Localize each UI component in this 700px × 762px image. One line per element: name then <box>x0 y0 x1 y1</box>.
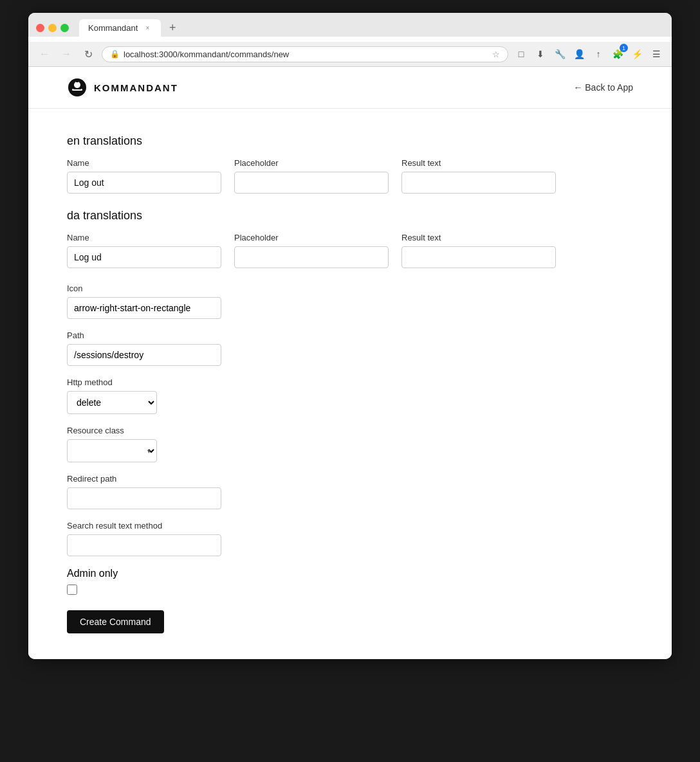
pocket-icon[interactable]: □ <box>513 46 529 62</box>
http-method-select[interactable]: delete get post patch put <box>67 391 157 414</box>
en-translations-section: en translations Name Placeholder Result … <box>67 134 569 194</box>
en-placeholder-input[interactable] <box>234 172 389 194</box>
forward-nav-button[interactable]: → <box>58 46 75 62</box>
lightning-icon[interactable]: ⚡ <box>629 46 645 62</box>
logo-text: KOMMANDANT <box>94 82 178 93</box>
url-text: localhost:3000/kommandant/commands/new <box>124 50 488 59</box>
da-result-text-label: Result text <box>401 233 556 242</box>
app-logo: KOMMANDANT <box>67 77 178 98</box>
redirect-path-input[interactable] <box>67 487 221 509</box>
icon-label: Icon <box>67 284 569 293</box>
da-name-label: Name <box>67 233 221 242</box>
download-icon[interactable]: ⬇ <box>533 46 548 62</box>
en-name-label: Name <box>67 158 221 168</box>
svg-rect-6 <box>77 80 78 82</box>
browser-titlebar: Kommandant × + <box>36 19 664 37</box>
en-translation-row: Name Placeholder Result text <box>67 158 569 194</box>
en-result-text-input[interactable] <box>401 172 556 194</box>
resource-class-label: Resource class <box>67 426 569 435</box>
active-tab[interactable]: Kommandant × <box>79 19 161 37</box>
da-result-text-input[interactable] <box>401 246 556 268</box>
refresh-nav-button[interactable]: ↻ <box>80 46 97 62</box>
da-placeholder-label: Placeholder <box>234 233 389 242</box>
new-tab-button[interactable]: + <box>165 21 180 36</box>
redirect-path-field-block: Redirect path <box>67 474 569 509</box>
tools-icon[interactable]: 🔧 <box>552 46 567 62</box>
tab-bar: Kommandant × + <box>79 19 664 37</box>
svg-rect-3 <box>73 88 81 89</box>
resource-class-field-block: Resource class User Post Session ▾ <box>67 426 569 462</box>
http-method-label: Http method <box>67 377 569 387</box>
resource-class-select[interactable]: User Post Session <box>67 439 157 462</box>
minimize-window-button[interactable] <box>48 24 57 32</box>
security-icon: 🔒 <box>110 50 120 59</box>
http-method-wrapper: delete get post patch put <box>67 391 157 414</box>
en-name-input[interactable] <box>67 172 221 194</box>
en-placeholder-label: Placeholder <box>234 158 389 168</box>
extensions-icon[interactable]: 🧩 1 <box>610 46 625 62</box>
en-placeholder-group: Placeholder <box>234 158 389 194</box>
admin-only-label: Admin only <box>67 568 569 579</box>
maximize-window-button[interactable] <box>60 24 69 32</box>
da-placeholder-input[interactable] <box>234 246 389 268</box>
search-result-text-field-block: Search result text method <box>67 521 569 556</box>
search-result-text-label: Search result text method <box>67 521 569 531</box>
app-header: KOMMANDANT ← Back to App <box>28 67 672 109</box>
profile-icon[interactable]: 👤 <box>571 46 587 62</box>
star-icon[interactable]: ☆ <box>492 50 500 59</box>
en-result-text-label: Result text <box>401 158 556 168</box>
da-placeholder-group: Placeholder <box>234 233 389 268</box>
share-icon[interactable]: ↑ <box>591 46 606 62</box>
da-section-title: da translations <box>67 209 569 222</box>
page-content: KOMMANDANT ← Back to App en translations… <box>28 67 672 659</box>
path-label: Path <box>67 331 569 340</box>
admin-only-checkbox[interactable] <box>67 585 77 595</box>
back-to-app-link[interactable]: ← Back to App <box>573 82 633 93</box>
menu-icon[interactable]: ☰ <box>649 46 664 62</box>
create-command-button[interactable]: Create Command <box>67 610 164 633</box>
da-translations-section: da translations Name Placeholder Result … <box>67 209 569 268</box>
browser-toolbar: ← → ↻ 🔒 localhost:3000/kommandant/comman… <box>28 42 672 67</box>
tab-close-icon[interactable]: × <box>143 24 152 33</box>
resource-class-wrapper: User Post Session ▾ <box>67 439 157 462</box>
browser-actions: □ ⬇ 🔧 👤 ↑ 🧩 1 ⚡ ☰ <box>513 46 664 62</box>
icon-field-block: Icon <box>67 284 569 319</box>
http-method-field-block: Http method delete get post patch put <box>67 377 569 414</box>
close-window-button[interactable] <box>36 24 44 32</box>
logo-icon <box>67 77 88 98</box>
path-field-block: Path <box>67 331 569 366</box>
icon-input[interactable] <box>67 297 221 319</box>
address-bar[interactable]: 🔒 localhost:3000/kommandant/commands/new… <box>102 46 508 62</box>
back-nav-button[interactable]: ← <box>36 46 53 62</box>
browser-chrome: Kommandant × + <box>28 13 672 37</box>
admin-only-checkbox-wrapper <box>67 585 569 595</box>
en-name-group: Name <box>67 158 221 194</box>
redirect-path-label: Redirect path <box>67 474 569 484</box>
da-result-text-group: Result text <box>401 233 556 268</box>
tab-title: Kommandant <box>88 23 138 33</box>
da-name-input[interactable] <box>67 246 221 268</box>
path-input[interactable] <box>67 344 221 366</box>
main-form: en translations Name Placeholder Result … <box>28 109 607 659</box>
en-result-text-group: Result text <box>401 158 556 194</box>
admin-only-field-block: Admin only <box>67 568 569 595</box>
search-result-text-input[interactable] <box>67 534 221 556</box>
da-translation-row: Name Placeholder Result text <box>67 233 569 268</box>
en-section-title: en translations <box>67 134 569 148</box>
da-name-group: Name <box>67 233 221 268</box>
traffic-lights <box>36 24 69 32</box>
browser-window: Kommandant × + ← → ↻ 🔒 localhost:3000/ko… <box>28 13 672 659</box>
